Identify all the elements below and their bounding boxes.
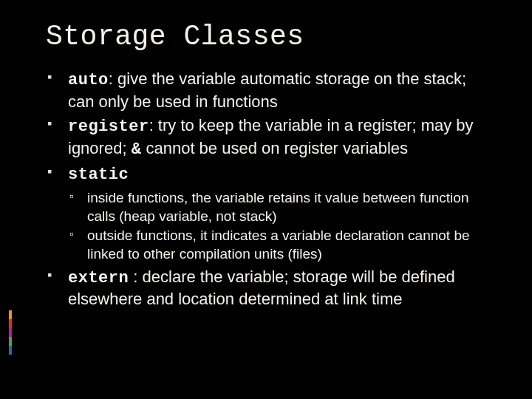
accent-stripe [9,337,12,346]
list-item: auto: give the variable automatic storag… [46,69,495,112]
accent-stripe [9,328,12,337]
code-keyword: register [68,117,149,136]
list-item: static inside functions, the variable re… [46,163,495,263]
accent-stripe [9,310,12,319]
list-item: register: try to keep the variable in a … [46,115,495,160]
accent-stripe [9,319,12,328]
code-keyword: auto [68,71,109,89]
accent-stripe [9,346,12,355]
page-title: Storage Classes [46,21,495,52]
code-keyword: static [68,166,129,184]
sub-list-item: inside functions, the variable retains i… [68,189,495,225]
code-inline: & [132,140,142,159]
list-item: extern : declare the variable; storage w… [46,267,495,310]
code-keyword: extern [68,269,129,287]
bullet-list: auto: give the variable automatic storag… [46,69,495,310]
sub-list-item: outside functions, it indicates a variab… [68,227,495,263]
slide: Storage Classes auto: give the variable … [0,0,532,335]
bullet-text: : give the variable automatic storage on… [68,69,466,111]
accent-bar [9,310,12,355]
sub-bullet-list: inside functions, the variable retains i… [68,189,495,264]
bullet-text: cannot be used on register variables [141,139,408,157]
